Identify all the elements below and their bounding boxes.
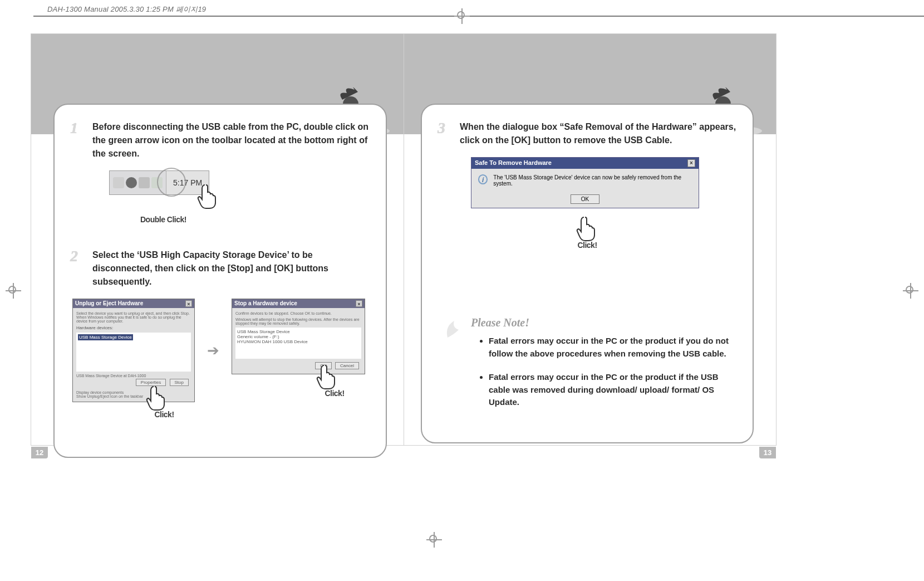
chk-components[interactable]: Display device components	[76, 390, 191, 394]
unplug-dialog: Unplug or Eject Hardware × Select the de…	[72, 299, 195, 402]
page-right: Disconnecting the USB cable from the Pla…	[404, 34, 776, 445]
print-slug: DAH-1300 Manual 2005.3.30 1:25 PM 페이지19	[47, 4, 206, 14]
chk-show-icon[interactable]: Show Unplug/Eject icon on the taskbar	[76, 394, 191, 398]
note-item: Fatal errors may occur in the PC or the …	[489, 371, 731, 409]
note-heading: Please Note!	[471, 316, 731, 329]
please-note-box: Please Note! Fatal errors may occur in t…	[449, 316, 731, 409]
page-left: Disconnecting the USB cable from the Pla…	[31, 34, 404, 445]
list-item: USB Mass Storage Device	[237, 329, 360, 334]
click-label: Click!	[438, 241, 737, 250]
step-3: 3 When the dialogue box “Safe Removal of…	[438, 120, 737, 147]
stop-button[interactable]: Stop	[170, 379, 189, 386]
step-number: 1	[70, 120, 85, 160]
close-icon[interactable]: ×	[185, 300, 192, 307]
stop-dialog-wrap: Stop a Hardware device × Confirm devices…	[232, 299, 365, 398]
step-1: 1 Before disconnecting the USB cable fro…	[70, 120, 370, 160]
manual-spread: Disconnecting the USB cable from the Pla…	[31, 33, 776, 446]
cursor-hand-icon	[145, 383, 169, 411]
close-icon[interactable]: ×	[687, 159, 695, 167]
list-item: HYUNWON DAH 1000 USB Device	[237, 339, 360, 344]
device-info: USB Mass Storage Device at DAH-1000	[76, 374, 191, 378]
drive-icon	[139, 177, 150, 188]
speaker-icon	[113, 177, 124, 188]
double-click-label: Double Click!	[140, 215, 186, 224]
registration-mark-left	[6, 283, 21, 299]
registration-mark-bottom	[426, 532, 442, 548]
systray-example: 5:17 PM Double Click!	[109, 170, 370, 195]
registration-mark-top	[454, 8, 470, 24]
registration-mark-right	[903, 283, 918, 299]
info-icon: i	[478, 174, 488, 184]
safe-remove-title: Safe To Remove Hardware	[475, 159, 552, 167]
step-text: When the dialogue box “Safe Removal of t…	[460, 120, 737, 147]
click-label: Click!	[134, 410, 195, 419]
safe-remove-dialog: Safe To Remove Hardware × i The 'USB Mas…	[471, 157, 699, 208]
step-number: 2	[70, 248, 85, 289]
ok-button[interactable]: OK	[571, 194, 599, 204]
arrow-right-icon: ➔	[207, 342, 219, 359]
safe-remove-body: The 'USB Mass Storage Device' device can…	[493, 174, 692, 187]
unplug-dialog-title: Unplug or Eject Hardware	[75, 300, 143, 307]
stop-warn: Windows will attempt to stop the followi…	[235, 318, 361, 325]
top-rule	[33, 16, 924, 17]
stop-dialog-title: Stop a Hardware device	[234, 300, 297, 307]
panel-left: 1 Before disconnecting the USB cable fro…	[53, 104, 387, 458]
note-lead-icon	[442, 315, 470, 343]
cursor-hand-icon	[196, 182, 220, 209]
step-number: 3	[438, 120, 452, 147]
page-number-right: 13	[759, 447, 776, 458]
step-text: Select the ‘USB High Capacity Storage De…	[92, 248, 370, 289]
safely-remove-icon	[151, 177, 163, 188]
unplug-instr: Select the device you want to unplug or …	[76, 311, 191, 323]
stop-instr: Confirm devices to be stopped. Choose OK…	[235, 311, 361, 315]
page-number-left: 12	[31, 447, 48, 458]
panel-right: 3 When the dialogue box “Safe Removal of…	[421, 104, 754, 443]
note-item: Fatal errors may occur in the PC or the …	[489, 335, 731, 360]
step-2: 2 Select the ‘USB High Capacity Storage …	[70, 248, 370, 289]
unplug-dialog-wrap: Unplug or Eject Hardware × Select the de…	[72, 299, 195, 419]
click-label: Click!	[304, 389, 365, 398]
close-icon[interactable]: ×	[356, 300, 362, 307]
device-selected[interactable]: USB Mass Storage Device	[78, 334, 133, 340]
cursor-hand-icon	[575, 214, 599, 242]
hw-label: Hardware devices:	[76, 325, 191, 330]
stop-dialog: Stop a Hardware device × Confirm devices…	[232, 299, 365, 374]
list-item: Generic volume - (F:)	[237, 334, 360, 339]
network-icon	[126, 177, 137, 188]
cursor-hand-icon	[315, 362, 340, 390]
step-text: Before disconnecting the USB cable from …	[92, 120, 370, 160]
